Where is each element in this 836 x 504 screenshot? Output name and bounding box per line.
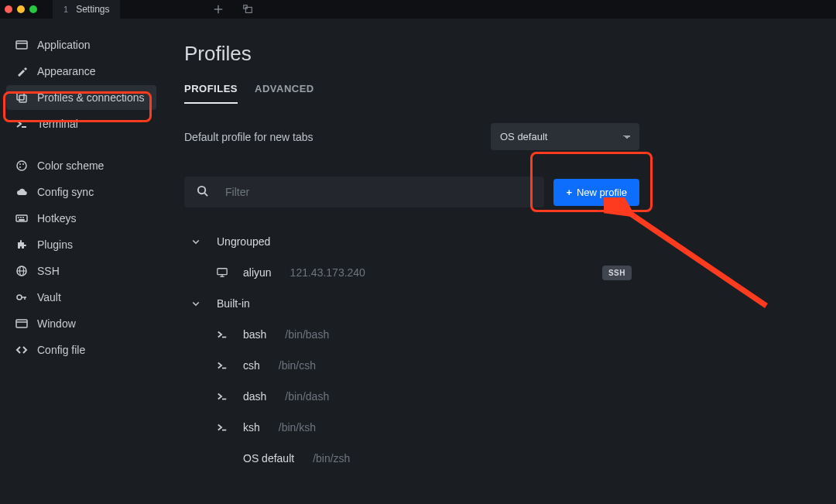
sidebar-item-color-scheme[interactable]: Color scheme — [6, 153, 156, 178]
stack-icon — [15, 91, 28, 104]
profile-row[interactable]: csh/bin/csh — [184, 350, 639, 381]
sidebar-item-label: Color scheme — [37, 159, 104, 172]
code-icon — [15, 344, 28, 356]
group-name: Ungrouped — [217, 235, 270, 248]
profile-name: OS default — [243, 452, 294, 465]
profile-list: Ungroupedaliyun121.43.173.240SSHBuilt-in… — [184, 226, 639, 474]
default-profile-select[interactable]: OS default — [491, 123, 639, 150]
sidebar-item-label: Config file — [37, 344, 85, 356]
group-header[interactable]: Ungrouped — [184, 226, 639, 257]
profile-row[interactable]: dash/bin/dash — [184, 381, 639, 412]
new-tab-button[interactable] — [213, 4, 224, 15]
group-header[interactable]: Built-in — [184, 288, 639, 319]
profile-detail: /bin/ksh — [279, 421, 316, 434]
tab-profiles[interactable]: PROFILES — [184, 83, 238, 104]
filter-wrap — [184, 177, 544, 207]
sidebar-item-appearance[interactable]: Appearance — [6, 59, 156, 84]
sidebar-item-window[interactable]: Window — [6, 311, 156, 336]
traffic-lights — [5, 5, 37, 13]
sidebar-item-label: Window — [37, 317, 76, 330]
new-profile-label: New profile — [577, 187, 627, 198]
profile-detail: /bin/zsh — [313, 452, 350, 465]
profile-row[interactable]: aliyun121.43.173.240SSH — [184, 257, 639, 288]
sidebar-item-hotkeys[interactable]: Hotkeys — [6, 206, 156, 231]
brush-icon — [15, 65, 28, 77]
profile-name: bash — [243, 328, 266, 341]
titlebar: 1 Settings — [0, 0, 836, 19]
group-name: Built-in — [217, 297, 250, 310]
window-icon — [15, 39, 28, 51]
prompt-icon — [215, 391, 229, 402]
monitor-icon — [215, 267, 229, 278]
sidebar-item-config-sync[interactable]: Config sync — [6, 180, 156, 204]
profile-row[interactable]: OS default/bin/zsh — [184, 443, 639, 474]
cloud-icon — [15, 186, 28, 198]
window-list-button[interactable] — [242, 4, 253, 15]
profile-row[interactable]: ksh/bin/ksh — [184, 412, 639, 443]
profile-name: dash — [243, 390, 266, 403]
sidebar-item-label: SSH — [37, 265, 60, 277]
sidebar-item-vault[interactable]: Vault — [6, 285, 156, 310]
maximize-window-icon[interactable] — [29, 5, 37, 13]
window-icon — [15, 317, 28, 330]
sidebar-item-label: Profiles & connections — [37, 91, 145, 104]
settings-sidebar: ApplicationAppearanceProfiles & connecti… — [0, 19, 163, 504]
settings-main: Profiles PROFILES ADVANCED Default profi… — [163, 19, 836, 504]
tabbar: PROFILES ADVANCED — [184, 83, 814, 105]
app-tab-settings[interactable]: 1 Settings — [53, 0, 120, 19]
tab-index: 1 — [63, 5, 68, 14]
prompt-icon — [215, 422, 229, 433]
filter-input[interactable] — [225, 186, 532, 198]
puzzle-icon — [15, 238, 28, 251]
profile-detail: /bin/bash — [285, 328, 329, 341]
profile-name: csh — [243, 359, 260, 372]
plus-icon: + — [566, 187, 572, 198]
minimize-window-icon[interactable] — [17, 5, 25, 13]
chevron-down-icon — [190, 237, 201, 246]
profile-detail: /bin/csh — [279, 359, 316, 372]
keyboard-icon — [15, 212, 28, 225]
sidebar-item-ssh[interactable]: SSH — [6, 259, 156, 283]
sidebar-item-label: Vault — [37, 291, 61, 303]
profile-badge: SSH — [602, 266, 632, 280]
chevron-down-icon — [190, 299, 201, 308]
sidebar-item-application[interactable]: Application — [6, 33, 156, 57]
globe-icon — [15, 265, 28, 277]
sidebar-item-profiles[interactable]: Profiles & connections — [6, 85, 156, 110]
key-icon — [15, 291, 28, 303]
profile-name: aliyun — [243, 266, 272, 279]
tab-label: Settings — [76, 4, 109, 15]
profile-detail: /bin/dash — [285, 390, 329, 403]
sidebar-item-plugins[interactable]: Plugins — [6, 232, 156, 257]
new-profile-button[interactable]: + New profile — [553, 179, 639, 206]
sidebar-item-config-file[interactable]: Config file — [6, 338, 156, 362]
profile-detail: 121.43.173.240 — [290, 266, 365, 279]
profile-name: ksh — [243, 421, 260, 434]
prompt-icon — [215, 360, 229, 371]
default-profile-label: Default profile for new tabs — [184, 131, 314, 143]
tab-advanced[interactable]: ADVANCED — [255, 83, 314, 104]
sidebar-item-label: Application — [37, 39, 91, 51]
search-icon — [197, 185, 208, 200]
sidebar-item-label: Appearance — [37, 65, 96, 77]
close-window-icon[interactable] — [5, 5, 12, 13]
profile-row[interactable]: bash/bin/bash — [184, 319, 639, 350]
sidebar-item-label: Hotkeys — [37, 212, 77, 225]
palette-icon — [15, 159, 28, 172]
prompt-icon — [215, 329, 229, 340]
sidebar-item-label: Config sync — [37, 186, 94, 198]
sidebar-item-terminal[interactable]: Terminal — [6, 111, 156, 136]
prompt-icon — [15, 118, 28, 130]
page-title: Profiles — [184, 42, 814, 66]
sidebar-item-label: Plugins — [37, 238, 73, 251]
sidebar-item-label: Terminal — [37, 118, 78, 130]
